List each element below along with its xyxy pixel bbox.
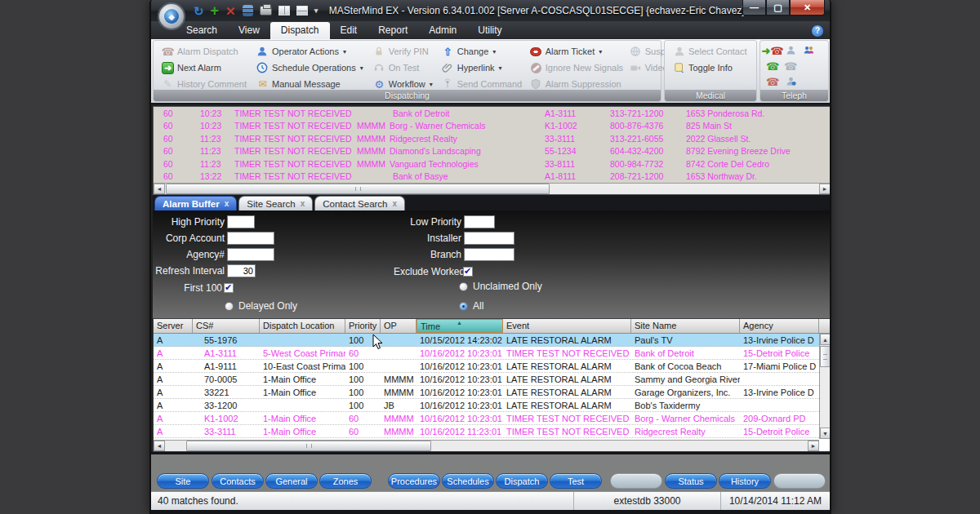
procedures-button[interactable]: Procedures (388, 473, 440, 489)
minimize-button[interactable]: — (742, 0, 766, 16)
high-priority-input[interactable] (227, 215, 255, 228)
branch-input[interactable] (464, 248, 514, 261)
menu-tab-view[interactable]: View (228, 22, 270, 39)
result-row[interactable]: A33-1200100JB10/16/2012 10:23:01LATE RES… (154, 399, 819, 412)
unclaimed-only-radio[interactable] (459, 282, 468, 291)
database-icon[interactable] (243, 5, 253, 16)
alarm-buffer-row[interactable]: 6011:23TIMER TEST NOT RECEIVEDMMMMDiamon… (154, 145, 831, 158)
alarm-buffer-row[interactable]: 6010:23TIMER TEST NOT RECEIVEDBank of De… (154, 107, 831, 120)
dispatch-button[interactable]: Dispatch (496, 473, 548, 489)
scrollbar-thumb[interactable] (186, 441, 431, 451)
menu-tab-search[interactable]: Search (176, 22, 228, 39)
agency-number-input[interactable] (227, 248, 274, 261)
scroll-left-icon[interactable]: ◄ (154, 441, 165, 451)
refresh-interval-input[interactable] (227, 264, 256, 277)
column-header-time[interactable]: ▲Time (416, 319, 503, 333)
ribbon-group-label-medical: Medical (665, 90, 756, 101)
result-row[interactable]: A55-197610010/15/2012 14:23:02LATE RESTO… (154, 334, 819, 347)
menu-tab-dispatch[interactable]: Dispatch (270, 22, 330, 39)
scroll-right-icon[interactable]: ► (808, 441, 819, 451)
column-header-op[interactable]: OP (381, 319, 416, 333)
next-alarm-button[interactable]: ➜ Next Alarm (159, 60, 249, 75)
scroll-right-icon[interactable]: ► (819, 184, 831, 194)
column-header-dispatch-location[interactable]: Dispatch Location (260, 319, 345, 333)
column-header-agency[interactable]: Agency (740, 319, 819, 333)
results-hscrollbar[interactable]: ◄ ► (154, 440, 819, 451)
delete-icon[interactable]: ✕ (225, 5, 236, 17)
all-radio[interactable] (459, 302, 468, 311)
help-icon[interactable]: ? (812, 25, 823, 37)
result-row[interactable]: AA1-31115-West Coast Primar6010/16/2012 … (154, 347, 819, 360)
tab-contact-search[interactable]: Contact Search x (314, 196, 405, 210)
column-header-event[interactable]: Event (503, 319, 631, 333)
site-button[interactable]: Site (157, 473, 209, 489)
alarm-buffer-row[interactable]: 6011:23TIMER TEST NOT RECEIVEDMMMMVangua… (154, 157, 831, 171)
result-row[interactable]: A332211-Main Office100MMMM10/16/2012 10:… (154, 386, 819, 399)
column-header-site-name[interactable]: Site Name (631, 319, 740, 333)
exclude-worked-label: Exclude Worked (394, 266, 461, 277)
first-100-checkbox[interactable] (224, 283, 234, 293)
scrollbar-thumb[interactable] (166, 184, 550, 194)
status-message: 40 matches found. (151, 492, 574, 510)
refresh-icon[interactable]: ↻ (194, 5, 204, 17)
print-icon[interactable] (260, 6, 272, 16)
unclaimed-only-label: Unclaimed Only (473, 281, 542, 292)
app-logo-icon[interactable]: ◆ (158, 2, 185, 30)
installer-input[interactable] (464, 232, 514, 245)
scroll-up-icon[interactable]: ▲ (820, 334, 831, 345)
person-hold-icon (786, 45, 796, 58)
alarm-buffer-row[interactable]: 6011:23TIMER TEST NOT RECEIVEDMMMMRidgec… (154, 132, 831, 145)
workflow-gear-icon: ⚙ (373, 78, 385, 91)
status-button[interactable]: Status (665, 473, 717, 489)
schedules-button[interactable]: Schedules (442, 473, 494, 489)
column-header-server[interactable]: Server (154, 319, 193, 333)
split-horizontal-icon[interactable] (296, 6, 308, 16)
column-header-priority[interactable]: Priority (345, 319, 381, 333)
close-button[interactable]: ✕ (790, 0, 825, 16)
result-row[interactable]: A33-31111-Main Office60MMMM10/16/2012 11… (154, 425, 819, 438)
contacts-button[interactable]: Contacts (212, 473, 264, 489)
result-row[interactable]: AK1-10021-Main Office60MMMM10/16/2012 10… (154, 412, 819, 425)
scroll-down-icon[interactable]: ▼ (820, 428, 831, 439)
scrollbar-thumb[interactable] (820, 346, 831, 367)
tab-alarm-buffer[interactable]: Alarm Buffer x (154, 196, 237, 210)
operator-actions-button[interactable]: Operator Actions▾ (254, 44, 366, 59)
delayed-only-radio[interactable] (225, 302, 234, 311)
toggle-info-button[interactable]: Toggle Info (670, 60, 752, 75)
alarm-buffer-hscrollbar[interactable]: ◄ ► (154, 183, 831, 194)
maximize-button[interactable]: ▢ (766, 0, 790, 16)
all-label: All (473, 300, 483, 312)
phone-answer-icon[interactable]: ☎ (766, 60, 779, 73)
menu-tab-report[interactable]: Report (368, 22, 418, 39)
menu-tab-edit[interactable]: Edit (330, 22, 368, 39)
phone-hangup-icon[interactable]: ☎ (766, 76, 779, 88)
corp-account-input[interactable] (227, 232, 274, 245)
menu-tab-admin[interactable]: Admin (418, 22, 467, 39)
menu-tab-utility[interactable]: Utility (467, 22, 512, 39)
add-icon[interactable]: + (211, 5, 220, 17)
close-tab-icon[interactable]: x (225, 199, 229, 208)
hyperlink-button[interactable]: Hyperlink▾ (439, 60, 523, 75)
change-button[interactable]: ⇧ Change▾ (439, 44, 523, 59)
zones-button[interactable]: Zones (319, 473, 372, 489)
history-button[interactable]: History (719, 473, 771, 489)
result-row[interactable]: AA1-911110-East Coast Prima10010/16/2012… (154, 360, 819, 373)
exclude-worked-checkbox[interactable] (463, 267, 473, 277)
schedule-operations-button[interactable]: Schedule Operations▾ (254, 60, 366, 75)
alarm-buffer-row[interactable]: 6013:22TIMER TEST NOT RECEIVEDBank of Ba… (154, 171, 831, 184)
conference-icon[interactable] (804, 45, 814, 58)
alarm-buffer-row[interactable]: 6010:23TIMER TEST NOT RECEIVEDMMMMBorg -… (154, 120, 831, 133)
results-vscrollbar[interactable]: ▲ ▼ (819, 334, 831, 439)
low-priority-input[interactable] (464, 215, 495, 228)
close-tab-icon[interactable]: x (301, 199, 305, 208)
tab-site-search[interactable]: Site Search x (238, 196, 313, 210)
column-header-cs[interactable]: CS# (193, 319, 260, 333)
close-tab-icon[interactable]: x (393, 199, 398, 208)
test-button[interactable]: Test (550, 473, 602, 489)
scroll-left-icon[interactable]: ◄ (154, 184, 165, 194)
phone-forward-icon[interactable]: ➜☎ (761, 45, 783, 57)
alarm-ticket-button[interactable]: Alarm Ticket▾ (528, 44, 622, 59)
split-vertical-icon[interactable] (278, 6, 290, 16)
general-button[interactable]: General (265, 473, 318, 489)
result-row[interactable]: A70-00051-Main Office100MMMM10/16/2012 1… (154, 373, 819, 386)
